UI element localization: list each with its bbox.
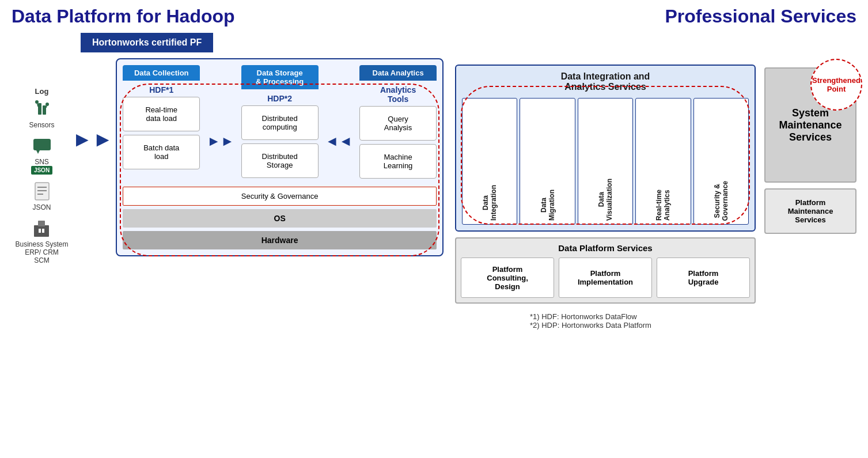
platform-box: Data Collection HDF*1 Real-timedata load… xyxy=(116,58,444,256)
biz-item: Business SystemERP/ CRMSCM xyxy=(15,217,68,264)
analytics-header: Data Analytics xyxy=(359,65,437,81)
system-maintenance: StrengthenedPoint SystemMaintenanceServi… xyxy=(764,65,856,234)
footnote-1: *1) HDF: Hortonworks DataFlow xyxy=(530,312,856,321)
biz-icon xyxy=(30,217,53,240)
footnotes: *1) HDF: Hortonworks DataFlow *2) HDP: H… xyxy=(12,312,856,330)
int-col-realtime-analytics: Real-timeAnalytics xyxy=(635,98,691,225)
certified-badge: Hortonworks certified PF xyxy=(81,33,213,52)
svg-rect-13 xyxy=(38,221,45,226)
right-section: Data Integration andAnalytics Services D… xyxy=(455,33,856,304)
os-bar: OS xyxy=(123,209,437,228)
hdf-header: Data Collection xyxy=(123,65,200,81)
hdf-column: Data Collection HDF*1 Real-timedata load… xyxy=(123,65,200,182)
int-col-security: Security &Governance xyxy=(693,98,749,225)
svg-rect-15 xyxy=(42,229,44,233)
ml-box: MachineLearning xyxy=(359,144,437,179)
json-label: JSON xyxy=(32,203,51,211)
hdp-header: Data Storage& Processing xyxy=(241,65,319,89)
json-icon xyxy=(31,180,54,203)
int-col-data-migration: DataMigration xyxy=(520,98,575,225)
arrow-col: ►► xyxy=(72,58,116,152)
sources-column: Log Sensors xyxy=(12,58,72,270)
json-badge: JSON xyxy=(31,166,52,175)
dps-upgrade: PlatformUpgrade xyxy=(657,258,750,298)
analytics-sub: AnalyticsTools xyxy=(359,83,437,106)
query-analysis-box: QueryAnalysis xyxy=(359,106,437,141)
right-title: Professional Services xyxy=(665,6,856,27)
int-col-data-visualization-label: DataVisualization xyxy=(597,179,613,221)
sources-log-label: Log xyxy=(35,87,49,96)
batch-load-box: Batch dataload xyxy=(123,135,200,169)
hdp-analytics-arrow: ◄◄ xyxy=(323,65,355,182)
svg-rect-6 xyxy=(33,139,51,150)
int-col-data-integration: DataIntegration xyxy=(462,98,517,225)
integration-cols: DataIntegration DataMigration DataVisual… xyxy=(462,98,749,225)
sensor-icon xyxy=(31,98,54,121)
hdf-hdp-arrow-icon: ►► xyxy=(207,133,234,149)
dps-boxes: PlatformConsulting,Design PlatformImplem… xyxy=(461,258,750,298)
data-platform-services: Data Platform Services PlatformConsultin… xyxy=(455,237,756,304)
left-title: Data Platform for Hadoop xyxy=(12,6,235,27)
int-col-realtime-analytics-label: Real-timeAnalytics xyxy=(655,190,671,221)
integration-title: Data Integration andAnalytics Services xyxy=(462,71,749,92)
strengthened-badge: StrengthenedPoint xyxy=(810,59,862,111)
dps-consulting: PlatformConsulting,Design xyxy=(461,258,554,298)
dps-implementation: PlatformImplementation xyxy=(559,258,652,298)
realtime-load-box: Real-timedata load xyxy=(123,97,200,131)
integration-box: Data Integration andAnalytics Services D… xyxy=(455,65,756,232)
dist-computing-box: Distributedcomputing xyxy=(241,105,319,140)
dist-storage-box: DistributedStorage xyxy=(241,143,319,178)
sns-icon xyxy=(31,135,54,158)
svg-rect-14 xyxy=(39,229,41,233)
analytics-column: Data Analytics AnalyticsTools QueryAnaly… xyxy=(359,65,437,182)
hdp-column: Data Storage& Processing HDP*2 Distribut… xyxy=(241,65,319,182)
columns-row: Data Collection HDF*1 Real-timedata load… xyxy=(123,65,437,182)
biz-label: Business SystemERP/ CRMSCM xyxy=(15,240,68,264)
sns-item: SNS JSON xyxy=(31,135,54,175)
hardware-bar: Hardware xyxy=(123,231,437,249)
svg-rect-0 xyxy=(38,103,41,115)
sensor-item: Sensors xyxy=(29,98,54,129)
int-col-data-migration-label: DataMigration xyxy=(540,190,556,221)
sns-label: SNS xyxy=(35,158,49,166)
sensor-label: Sensors xyxy=(29,121,54,129)
security-bar: Security & Governance xyxy=(123,187,437,206)
hdp-sub: HDP*2 xyxy=(241,92,319,105)
dps-title: Data Platform Services xyxy=(461,243,750,253)
int-col-data-visualization: DataVisualization xyxy=(578,98,633,225)
footnote-2: *2) HDP: Hortonworks Data Platform xyxy=(530,321,856,330)
sys-maint-sub: PlatformMaintenanceServices xyxy=(764,188,856,234)
hdf-sub: HDF*1 xyxy=(123,83,200,97)
left-section: Hortonworks certified PF Log xyxy=(12,33,444,270)
hdf-hdp-arrow: ►► xyxy=(204,65,237,182)
services-main: Data Integration andAnalytics Services D… xyxy=(455,65,756,304)
hadoop-diagram: Log Sensors xyxy=(12,58,444,270)
svg-rect-12 xyxy=(34,225,49,237)
hdp-analytics-arrow-icon: ◄◄ xyxy=(325,133,353,149)
json-item: JSON xyxy=(31,180,54,211)
int-col-security-label: Security &Governance xyxy=(713,181,729,221)
main-arrow: ►► xyxy=(72,127,113,152)
svg-marker-7 xyxy=(36,150,40,154)
int-col-data-integration-label: DataIntegration xyxy=(482,185,498,221)
svg-rect-1 xyxy=(43,105,46,115)
